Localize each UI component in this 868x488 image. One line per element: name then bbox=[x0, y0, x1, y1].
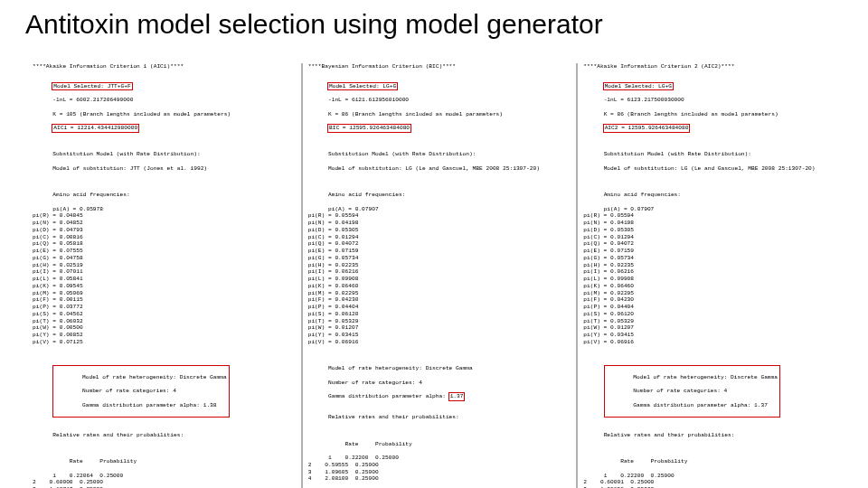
gamma-alpha-value: 1.37 bbox=[448, 392, 466, 401]
freq-block: Amino acid frequencies: pi(A) = 0.05978 … bbox=[33, 184, 296, 352]
gamma-alpha-line: Gamma distribution parameter alpha: 1.37 bbox=[328, 393, 465, 399]
model-block: Model Selected: JTT+G+F -lnL = 6002.2172… bbox=[33, 76, 296, 139]
model-block: Model Selected: LG+G -lnL = 6123.2175000… bbox=[583, 76, 846, 139]
panel-bic: ****Bayesian Information Criterion (BIC)… bbox=[301, 63, 577, 488]
K: K = 86 (Branch lengths included as model… bbox=[328, 111, 503, 117]
K: K = 86 (Branch lengths included as model… bbox=[604, 111, 778, 117]
rel-rates-header: Relative rates and their probabilities: bbox=[52, 432, 184, 438]
criterion-header: ****Akaike Information Criterion 2 (AIC2… bbox=[583, 63, 846, 70]
subst-detail: Model of substitution: LG (Le and Gascue… bbox=[328, 165, 540, 172]
selected-model: Model Selected: JTT+G+F bbox=[52, 82, 132, 91]
rates-table: Rate Probability 1 0.22200 0.25000 2 0.6… bbox=[583, 451, 846, 488]
rates-table: Rate Probability 1 0.22064 0.25000 2 0.6… bbox=[33, 451, 296, 488]
rel-rates-header: Relative rates and their probabilities: bbox=[604, 432, 735, 438]
subst-block: Substitution Model (with Rate Distributi… bbox=[308, 145, 571, 180]
rates-rows: 1 0.22200 0.25000 2 0.60001 0.25000 3 1.… bbox=[583, 473, 674, 489]
freq-header: Amino acid frequencies: bbox=[604, 192, 681, 198]
rates-table-header: Rate Probability bbox=[52, 458, 137, 465]
freq-list: pi(A) = 0.07907 pi(R) = 0.05594 pi(N) = … bbox=[583, 206, 654, 345]
subst-block: Substitution Model (with Rate Distributi… bbox=[33, 145, 296, 180]
lnL: -lnL = 6123.217500030000 bbox=[604, 97, 684, 103]
rate-model-header: Model of rate heterogeneity: Discrete Ga… bbox=[633, 374, 778, 380]
selected-model: Model Selected: LG+G bbox=[603, 82, 674, 91]
K: K = 105 (Branch lengths included as mode… bbox=[52, 111, 231, 117]
panel-row: ****Akaike Information Criterion 1 (AIC1… bbox=[27, 63, 852, 488]
rates-table-header: Rate Probability bbox=[604, 458, 688, 465]
rate-block: Model of rate heterogeneity: Discrete Ga… bbox=[33, 358, 296, 446]
rate-categories: Number of rate categories: 4 bbox=[328, 380, 422, 386]
freq-block: Amino acid frequencies: pi(A) = 0.07907 … bbox=[583, 184, 846, 352]
subst-header: Substitution Model (with Rate Distributi… bbox=[52, 151, 200, 157]
rate-categories: Number of rate categories: 4 bbox=[82, 388, 176, 394]
subst-detail: Model of substitution: JTT (Jones et al.… bbox=[52, 165, 207, 172]
rates-table-header: Rate Probability bbox=[328, 441, 412, 447]
bic-value: BIC = 12595.926463484080 bbox=[327, 124, 411, 133]
aic-value: AIC1 = 12214.434412980000 bbox=[52, 124, 139, 133]
aic2-value: AIC2 = 12595.926463484080 bbox=[603, 124, 691, 133]
subst-block: Substitution Model (with Rate Distributi… bbox=[583, 145, 846, 180]
gamma-alpha: Gamma distribution parameter alpha: 1.37 bbox=[633, 402, 768, 408]
freq-header: Amino acid frequencies: bbox=[328, 192, 405, 198]
freq-block: Amino acid frequencies: pi(A) = 0.07907 … bbox=[308, 184, 571, 352]
selected-model: Model Selected: LG+G bbox=[327, 82, 398, 91]
gamma-alpha: Gamma distribution parameter alpha: 1.38 bbox=[82, 402, 217, 408]
rate-block: Model of rate heterogeneity: Discrete Ga… bbox=[583, 358, 846, 446]
rate-categories: Number of rate categories: 4 bbox=[633, 388, 727, 394]
rate-model-header: Model of rate heterogeneity: Discrete Ga… bbox=[82, 374, 227, 380]
subst-header: Substitution Model (with Rate Distributi… bbox=[604, 151, 751, 157]
criterion-header: ****Bayesian Information Criterion (BIC)… bbox=[308, 63, 571, 70]
freq-header: Amino acid frequencies: bbox=[52, 192, 129, 198]
freq-list: pi(A) = 0.05978 pi(R) = 0.04845 pi(N) = … bbox=[33, 206, 103, 345]
rates-rows: 1 0.22200 0.25000 2 0.59555 0.25000 3 1.… bbox=[308, 455, 399, 482]
subst-detail: Model of substitution: LG (Le and Gascue… bbox=[604, 165, 816, 172]
freq-list: pi(A) = 0.07907 pi(R) = 0.05594 pi(N) = … bbox=[308, 206, 379, 345]
rates-table: Rate Probability 1 0.22200 0.25000 2 0.5… bbox=[308, 434, 571, 488]
subst-header: Substitution Model (with Rate Distributi… bbox=[328, 151, 476, 157]
rel-rates-header: Relative rates and their probabilities: bbox=[328, 414, 459, 420]
model-block: Model Selected: LG+G -lnL = 6121.6129560… bbox=[308, 76, 571, 139]
page-title: Antitoxin model selection using model ge… bbox=[25, 9, 603, 40]
gamma-block: Model of rate heterogeneity: Discrete Ga… bbox=[604, 365, 780, 418]
rates-rows: 1 0.22064 0.25000 2 0.60000 0.25000 3 1.… bbox=[33, 473, 123, 489]
lnL: -lnL = 6002.217206490000 bbox=[52, 97, 133, 103]
rate-block: Model of rate heterogeneity: Discrete Ga… bbox=[308, 358, 571, 428]
gamma-block: Model of rate heterogeneity: Discrete Ga… bbox=[52, 365, 229, 418]
criterion-header: ****Akaike Information Criterion 1 (AIC1… bbox=[33, 63, 296, 70]
lnL: -lnL = 6121.612956010000 bbox=[328, 97, 409, 103]
rate-model-header: Model of rate heterogeneity: Discrete Ga… bbox=[328, 365, 473, 371]
panel-aic1: ****Akaike Information Criterion 1 (AIC1… bbox=[27, 63, 301, 488]
panel-aic2: ****Akaike Information Criterion 2 (AIC2… bbox=[576, 63, 852, 488]
